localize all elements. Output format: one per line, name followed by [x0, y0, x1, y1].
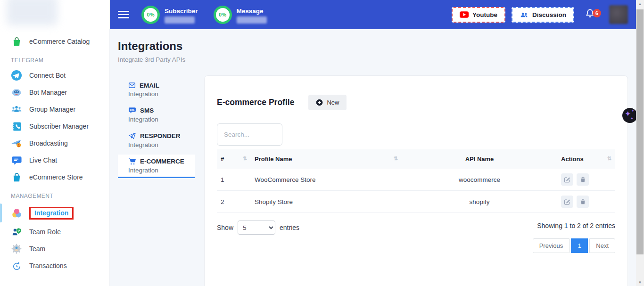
row-api-name: woocommerce [402, 169, 557, 191]
sidebar-item-transactions[interactable]: Transactions [0, 257, 109, 274]
delete-button[interactable] [577, 196, 589, 208]
app-window: eCommerce Catalog TELEGRAM Connect Bot B… [0, 0, 644, 286]
paper-plane-icon [128, 132, 136, 140]
sidebar-item-ecommerce-catalog[interactable]: eCommerce Catalog [0, 33, 109, 50]
row-profile-name: Shopify Store [251, 191, 402, 213]
edit-icon [564, 198, 570, 205]
users-icon [520, 10, 528, 19]
sidebar-item-connect-bot[interactable]: Connect Bot [0, 67, 109, 84]
sidebar-item-label: eCommerce Store [29, 173, 83, 181]
clock-history-icon [10, 260, 23, 272]
telegram-icon [10, 69, 23, 82]
trash-icon [580, 198, 586, 205]
tab-label: RESPONDER [140, 132, 181, 139]
delete-button[interactable] [577, 173, 589, 186]
sidebar-item-team-role[interactable]: Team Role [0, 223, 109, 240]
previous-page-button[interactable]: Previous [533, 238, 570, 253]
column-header-num[interactable]: #⇅ [217, 149, 251, 169]
trash-icon [580, 176, 586, 183]
scroll-up-arrow[interactable]: ▲ [636, 0, 644, 8]
sort-icon[interactable]: ⇅ [243, 155, 247, 161]
cart-icon [128, 157, 136, 165]
avatar[interactable] [609, 5, 628, 24]
column-header-api-name[interactable]: API Name [402, 149, 557, 169]
sidebar-item-subscriber-manager[interactable]: Subscriber Manager [0, 118, 109, 135]
column-header-actions[interactable]: Actions⇅ [557, 149, 615, 169]
discussion-button[interactable]: Discussion [512, 7, 574, 23]
sidebar-item-label: Team Role [29, 228, 61, 236]
ecommerce-profile-card: E-commerce Profile New #⇅ Profile Name⇅ … [204, 75, 628, 286]
sidebar-item-integration[interactable]: Integration [0, 203, 109, 223]
plus-circle-icon [316, 99, 323, 106]
sidebar-item-label: Connect Bot [29, 72, 66, 79]
profiles-table: #⇅ Profile Name⇅ API Name Actions⇅ 1 Woo… [217, 149, 615, 213]
app-logo [7, 0, 58, 25]
edit-button[interactable] [561, 173, 573, 186]
tab-ecommerce-integration[interactable]: E-COMMERCE Integration [118, 155, 195, 178]
sidebar-item-live-chat[interactable]: Live Chat [0, 152, 109, 169]
page-title: Integrations [110, 29, 636, 53]
tab-label: EMAIL [140, 82, 159, 89]
sidebar-item-label: eCommerce Catalog [29, 38, 90, 45]
tab-responder-integration[interactable]: RESPONDER Integration [118, 129, 195, 151]
sidebar-item-ecommerce-store[interactable]: eCommerce Store [0, 169, 109, 186]
message-percent: 0% [219, 12, 226, 17]
tab-email-integration[interactable]: EMAIL Integration [118, 79, 195, 100]
svg-text:1: 1 [18, 143, 20, 147]
person-shield-icon [10, 226, 23, 238]
sort-icon[interactable]: ⇅ [607, 155, 611, 161]
message-progress-ring: 0% [214, 6, 232, 24]
new-button[interactable]: New [308, 95, 347, 110]
column-header-profile-name[interactable]: Profile Name⇅ [251, 149, 402, 169]
table-header-row: #⇅ Profile Name⇅ API Name Actions⇅ [217, 149, 615, 169]
sidebar-section-telegram: TELEGRAM [0, 50, 109, 67]
showing-entries-text: Showing 1 to 2 of 2 entries [537, 221, 615, 229]
page-size-select[interactable]: 5 [238, 221, 275, 235]
youtube-button[interactable]: Youtube [452, 7, 505, 23]
sidebar-item-group-manager[interactable]: Group Manager [0, 101, 109, 118]
search-input[interactable] [217, 123, 282, 146]
scrollbar[interactable]: ▲ ▼ [636, 0, 644, 286]
group-icon [10, 103, 23, 115]
ai-assistant-button[interactable]: ✦ ✦ ✦ [622, 108, 637, 123]
sidebar-item-broadcasting[interactable]: 1 Broadcasting [0, 135, 109, 152]
next-page-button[interactable]: Next [589, 238, 615, 253]
sidebar-item-label: Broadcasting [29, 139, 68, 147]
subscriber-value-blurred [165, 16, 195, 24]
entries-label: entries [280, 224, 299, 231]
sidebar: eCommerce Catalog TELEGRAM Connect Bot B… [0, 0, 110, 286]
active-indicator [0, 204, 2, 222]
youtube-icon [460, 11, 469, 18]
sidebar-item-label-integration: Integration [29, 207, 74, 220]
scroll-down-arrow[interactable]: ▼ [636, 278, 644, 286]
discussion-button-label: Discussion [532, 11, 566, 18]
page-1-button[interactable]: 1 [571, 238, 588, 253]
message-value-blurred [237, 16, 267, 24]
shopping-bag-icon [10, 35, 23, 48]
pagination: Previous 1 Next [217, 238, 615, 253]
sidebar-item-team[interactable]: Team [0, 240, 109, 257]
sparkle-icon: ✦ [630, 117, 634, 121]
table-row: 1 WooCommerce Store woocommerce [217, 169, 615, 191]
sidebar-item-label: Team [29, 245, 45, 253]
scrollbar-thumb[interactable] [636, 9, 644, 254]
gear-person-icon [10, 243, 23, 255]
envelope-icon [128, 82, 136, 89]
notification-badge: 6 [593, 9, 601, 17]
table-row: 2 Shopify Store shopify [217, 191, 615, 213]
new-button-label: New [327, 99, 339, 106]
hamburger-menu-icon[interactable] [118, 9, 129, 21]
svg-text:SMS: SMS [130, 109, 135, 111]
chat-bubble-icon [10, 154, 23, 166]
sms-bubble-icon: SMS [128, 106, 136, 114]
row-profile-name: WooCommerce Store [251, 169, 402, 191]
edit-icon [564, 176, 570, 183]
notification-bell[interactable]: 6 [585, 8, 597, 22]
sidebar-item-bot-manager[interactable]: Bot Manager [0, 84, 109, 101]
panel-title: E-commerce Profile [217, 98, 294, 107]
tab-sms-integration[interactable]: SMS SMS Integration [118, 104, 195, 126]
subscriber-progress-ring: 0% [141, 6, 160, 24]
edit-button[interactable] [561, 196, 573, 208]
tab-sublabel: Integration [118, 90, 195, 98]
sort-icon[interactable]: ⇅ [394, 155, 398, 161]
